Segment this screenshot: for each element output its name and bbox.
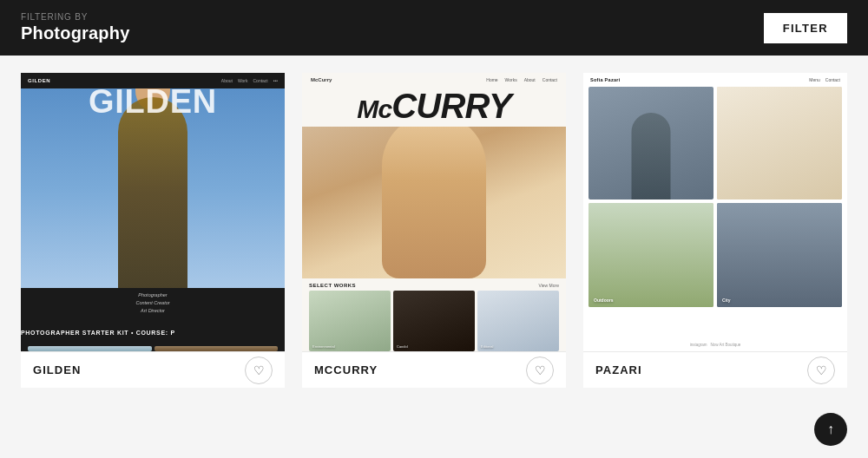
gilden-photo-1 [28,346,152,351]
pazari-logo: Sofia Pazari [590,77,620,82]
mccurry-hero-image [302,127,566,278]
mccurry-name: MCCURRY [314,363,378,376]
heart-icon: ♡ [253,363,265,377]
gilden-info: Photographer Content Creator Art Directo… [21,288,285,317]
gilden-footer: GILDEN ♡ [21,351,285,389]
mccurry-body [382,127,486,278]
pazari-photo-1 [589,87,713,200]
mccurry-preview[interactable]: McCurry Home Works About Contact McCURRY… [302,73,566,351]
filter-title: Photography [21,23,130,43]
mccurry-label-2: Candid [397,344,408,349]
filtering-by-label: FILTERING BY [21,12,130,22]
mccurry-favorite-button[interactable]: ♡ [526,357,554,384]
gilden-bottom-photos [21,344,285,351]
mccurry-grid-item-1: Environmental [309,291,391,351]
gilden-name: GILDEN [33,363,81,376]
pazari-bottom-text: instagram Now Art Boutique [583,338,847,351]
pazari-photo-4: City [717,203,842,307]
template-card-mccurry: McCurry Home Works About Contact McCURRY… [302,73,566,388]
header-left: FILTERING BY Photography [21,12,130,43]
mccurry-nav: McCurry Home Works About Contact [302,73,566,87]
mccurry-section-label: Select Works [309,283,356,288]
gilden-title-overlay: GILDEN [21,85,285,118]
gilden-nav-logo: GILDEN [28,78,50,83]
gilden-banner-text: PHOTOGRAPHER STARTER KIT • COURSE: P [21,330,175,336]
pazari-nav-links: Menu Contact [809,77,840,82]
heart-icon-2: ♡ [535,363,546,377]
pazari-photo-2 [717,87,842,200]
mccurry-footer: MCCURRY ♡ [302,351,566,389]
pazari-favorite-button[interactable]: ♡ [807,357,835,384]
pazari-name: PAZARI [595,363,642,376]
pazari-preview[interactable]: Sofia Pazari Menu Contact Outdoors [583,73,847,351]
template-grid: GILDEN About Work Contact ••• GILDEN Pho… [0,56,868,405]
mccurry-big-title: McCURRY [302,88,566,123]
gilden-banner: PHOTOGRAPHER STARTER KIT • COURSE: P [21,317,285,344]
gilden-big-title: GILDEN [21,85,285,118]
mccurry-section-link: View More [538,283,559,288]
header: FILTERING BY Photography FILTER [0,0,868,56]
mccurry-nav-logo: McCurry [311,77,332,82]
pazari-label-outdoors: Outdoors [594,298,614,303]
arrow-up-icon: ↑ [827,422,834,437]
heart-icon-3: ♡ [816,363,827,377]
mccurry-label-1: Environmental [312,344,335,349]
gilden-role-3: Art Director [28,307,278,315]
gilden-role-2: Content Creator [28,299,278,307]
gilden-nav-links: About Work Contact ••• [221,78,278,83]
mccurry-grid-item-3: Editorial [477,291,559,351]
gilden-favorite-button[interactable]: ♡ [245,357,273,384]
gilden-preview[interactable]: GILDEN About Work Contact ••• GILDEN Pho… [21,73,285,351]
scroll-to-top-button[interactable]: ↑ [814,413,847,446]
filter-button[interactable]: FILTER [764,13,847,43]
pazari-photo-3: Outdoors [589,203,713,307]
pazari-photo-grid: Outdoors City [583,87,847,338]
mccurry-nav-links: Home Works About Contact [486,77,557,82]
mccurry-label-3: Editorial [481,344,493,349]
mccurry-section-header: Select Works View More [302,278,566,291]
template-card-pazari: Sofia Pazari Menu Contact Outdoors [583,73,847,388]
gilden-role-1: Photographer [28,291,278,299]
mccurry-grid-item-2: Candid [393,291,475,351]
pazari-nav: Sofia Pazari Menu Contact [583,73,847,87]
mccurry-photo-grid: Environmental Candid Editorial [302,291,566,351]
gilden-photo-2 [155,346,279,351]
mccurry-title-area: McCURRY [302,87,566,127]
pazari-label-city: City [722,298,730,303]
gilden-body [118,97,187,288]
template-card-gilden: GILDEN About Work Contact ••• GILDEN Pho… [21,73,285,388]
pazari-footer: PAZARI ♡ [583,351,847,389]
